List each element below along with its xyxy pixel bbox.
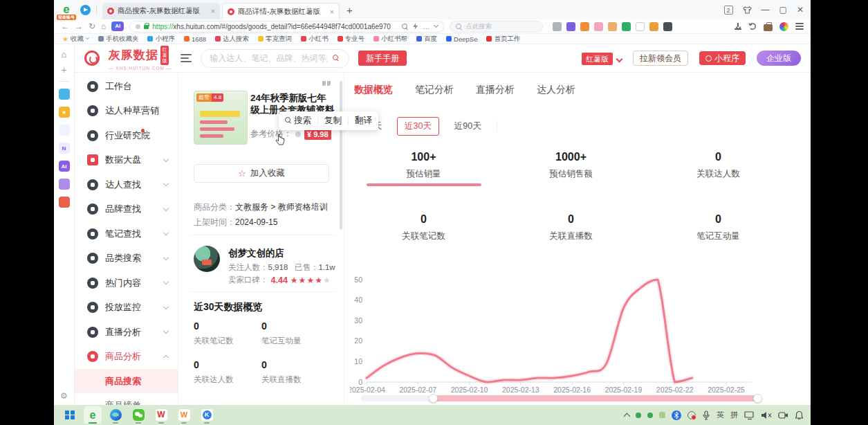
huitun-logo-icon[interactable]: [84, 51, 100, 66]
forward-button[interactable]: →: [75, 21, 83, 31]
microphone-icon[interactable]: [702, 410, 710, 420]
side-home-icon[interactable]: ⌂: [62, 50, 67, 59]
sidebar-item-品类搜索[interactable]: 品类搜索: [75, 246, 178, 271]
sidebar-item-直播分析[interactable]: 直播分析: [75, 320, 178, 345]
h-green-ext-icon[interactable]: [622, 22, 631, 31]
tray-app-icon[interactable]: [659, 412, 665, 418]
word-capture-icon[interactable]: [322, 81, 331, 86]
popup-copy-button[interactable]: 复制: [324, 115, 342, 127]
ai-assistant-button[interactable]: AI: [111, 21, 124, 31]
pin-ext-icon[interactable]: [663, 22, 672, 31]
bookmark-item[interactable]: 零克查词: [258, 35, 292, 44]
bookmark-item[interactable]: ★收藏: [62, 35, 89, 44]
sidebar-item-笔记查找[interactable]: 笔记查找: [75, 221, 178, 246]
popup-translate-button[interactable]: 翻译: [355, 115, 372, 127]
shop-name[interactable]: 创梦文创的店: [228, 247, 284, 260]
browser-menu-icon[interactable]: [795, 23, 804, 30]
messenger-icon[interactable]: [80, 5, 91, 15]
miniapp-button[interactable]: 小程序: [699, 51, 746, 65]
notification-bell-icon[interactable]: [795, 410, 804, 420]
bookmark-item[interactable]: 手机收藏夹: [98, 35, 139, 44]
sidebar-item-品牌查找[interactable]: 品牌查找: [75, 197, 178, 222]
stat-预估销量[interactable]: 100+预估销量: [350, 150, 497, 186]
minimize-button[interactable]: —: [761, 6, 770, 14]
stat-关联直播数[interactable]: 0关联直播数: [497, 212, 645, 242]
quick-actions-icon[interactable]: [413, 23, 418, 30]
site-info-icon[interactable]: [136, 24, 140, 29]
tab-count-box[interactable]: 2: [724, 6, 733, 15]
sidebar-subitem-商品搜索[interactable]: 商品搜索: [75, 369, 178, 393]
manual-button[interactable]: 新手手册: [358, 51, 407, 66]
bookmark-item[interactable]: 小红书帮: [373, 35, 407, 44]
widget-icon[interactable]: [59, 179, 70, 190]
fox-ext-icon[interactable]: [649, 22, 658, 31]
bookmark-item[interactable]: 1688: [184, 35, 206, 43]
maximize-button[interactable]: ▢: [779, 6, 787, 14]
scissors-ext-icon[interactable]: [553, 22, 562, 31]
sidebar-item-数据大盘[interactable]: 数据大盘: [75, 148, 178, 173]
workspace-icon[interactable]: [764, 24, 773, 31]
tab-直播分析[interactable]: 直播分析: [476, 84, 515, 96]
virtual-desktop-icon[interactable]: [744, 410, 755, 420]
sidebar-item-达人查找[interactable]: 达人查找: [75, 172, 178, 197]
side-add-icon[interactable]: +: [61, 66, 66, 74]
tray-green-icon-2[interactable]: [647, 413, 653, 418]
address-bar[interactable]: https://xhs.huitun.com/#/goods/goods_det…: [129, 21, 444, 33]
tab-笔记分析[interactable]: 笔记分析: [415, 84, 454, 96]
new-tab-button[interactable]: +: [347, 4, 353, 16]
pink-ext-icon[interactable]: [594, 22, 603, 31]
slider-handle-left[interactable]: [429, 394, 438, 403]
ai-ring-icon[interactable]: N: [59, 143, 70, 154]
game-icon[interactable]: [59, 197, 70, 208]
bookmark-item[interactable]: DeepSe: [446, 35, 477, 43]
panel-scrollbar[interactable]: [340, 81, 342, 230]
tab-数据概览[interactable]: 数据概览: [354, 84, 393, 96]
sidebar-subitem-商品榜单[interactable]: 商品榜单: [75, 393, 178, 405]
star-icon[interactable]: ★: [59, 107, 70, 118]
tray-expand-icon[interactable]: [624, 413, 631, 419]
close-button[interactable]: ✕: [797, 6, 804, 14]
stat-关联笔记数[interactable]: 0关联笔记数: [350, 212, 497, 242]
ime-language-indicator[interactable]: 英: [717, 410, 724, 420]
invite-member-button[interactable]: 拉新领会员: [633, 51, 688, 66]
bookmark-item[interactable]: 首页工作: [486, 35, 520, 44]
sidebar-item-热门内容[interactable]: 热门内容: [75, 271, 178, 296]
range-近30天[interactable]: 近30天: [397, 117, 439, 136]
chart-zoom-slider[interactable]: [361, 394, 762, 403]
ai-icon[interactable]: AI: [59, 161, 70, 172]
purple-ext-icon[interactable]: [566, 22, 575, 31]
enterprise-button[interactable]: 企业版: [757, 51, 801, 66]
camera-icon[interactable]: [778, 411, 788, 419]
range-近90天[interactable]: 近90天: [449, 118, 487, 135]
edge-taskbar-icon[interactable]: [107, 406, 124, 424]
wps-taskbar-icon[interactable]: W: [152, 406, 170, 424]
settings-gear-icon[interactable]: ⚙: [60, 391, 68, 401]
ime-mode-indicator[interactable]: 拼: [730, 410, 738, 420]
global-search-input[interactable]: 输入达人、笔记、品牌、热词等搜...: [201, 49, 349, 68]
huitun-logo[interactable]: 灰豚数据 红薯版 — XHS.HUITUN.COM —: [109, 46, 172, 71]
tab-达人分析[interactable]: 达人分析: [537, 84, 575, 96]
sidebar-item-工作台[interactable]: 工作台: [75, 74, 178, 99]
login-account-badge[interactable]: 登录账号: [57, 15, 76, 20]
stat-关联达人数[interactable]: 0关联达人数: [645, 150, 792, 186]
media-icon[interactable]: [59, 89, 70, 100]
wechat-taskbar-icon[interactable]: [129, 406, 147, 424]
slider-handle-right[interactable]: [753, 394, 762, 403]
stat-笔记互动量[interactable]: 0笔记互动量: [645, 212, 792, 242]
zoom-page-icon[interactable]: [402, 24, 408, 30]
collapse-sidebar-icon[interactable]: [181, 54, 192, 62]
theme-circle-icon[interactable]: [779, 22, 788, 31]
sidebar-item-行业研究院[interactable]: 行业研究院: [75, 123, 178, 148]
back-button[interactable]: ←: [61, 21, 69, 31]
popup-search-button[interactable]: 搜索: [285, 115, 311, 127]
start-button[interactable]: [61, 406, 79, 424]
bookmark-item[interactable]: 小程序: [147, 35, 175, 44]
home-button[interactable]: ⌂: [101, 21, 106, 31]
speaker-muted-icon[interactable]: [761, 411, 772, 419]
monster-ext-icon[interactable]: [580, 22, 589, 31]
bookmark-item[interactable]: 达人搜索: [215, 35, 249, 44]
tab-close-icon[interactable]: ×: [330, 8, 334, 16]
frame-ext-icon[interactable]: [636, 22, 645, 31]
version-switcher[interactable]: 红薯版: [582, 52, 622, 64]
dropdown-chevron-icon[interactable]: [434, 23, 438, 28]
